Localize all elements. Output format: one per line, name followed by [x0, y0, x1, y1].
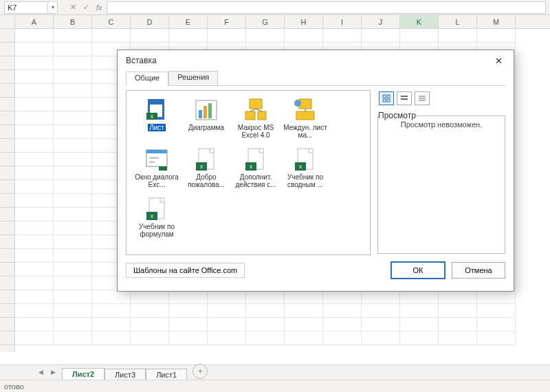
template-item[interactable]: Диаграмма	[182, 96, 231, 146]
cell[interactable]	[246, 290, 285, 304]
sheet-tab[interactable]: Лист3	[104, 369, 146, 380]
cell[interactable]	[400, 304, 439, 318]
cell[interactable]	[15, 221, 54, 235]
cell[interactable]	[208, 331, 246, 345]
cell[interactable]	[208, 290, 246, 304]
row-header[interactable]	[0, 153, 14, 166]
template-item[interactable]: XЛист	[132, 96, 182, 146]
cell[interactable]	[15, 56, 54, 70]
template-item[interactable]: XДополнит. действия с...	[231, 146, 280, 195]
cell[interactable]	[54, 304, 92, 318]
cell[interactable]	[15, 180, 54, 194]
cell[interactable]	[362, 304, 400, 318]
cell[interactable]	[246, 29, 285, 43]
cell[interactable]	[54, 56, 92, 70]
row-header[interactable]	[0, 290, 14, 304]
cell[interactable]	[15, 84, 54, 98]
enter-formula-icon[interactable]: ✓	[83, 3, 89, 12]
row-header[interactable]	[0, 84, 14, 98]
cell[interactable]	[400, 318, 439, 331]
cell[interactable]	[285, 331, 323, 345]
column-header[interactable]: G	[246, 15, 285, 28]
row-header[interactable]	[0, 194, 14, 208]
cell[interactable]	[477, 290, 516, 304]
cell[interactable]	[15, 70, 54, 84]
cell[interactable]	[323, 29, 362, 43]
cell[interactable]	[92, 304, 131, 318]
office-templates-link[interactable]: Шаблоны на сайте Office.com	[126, 263, 245, 278]
cell[interactable]	[54, 331, 92, 345]
cell[interactable]	[15, 331, 54, 345]
cancel-button[interactable]: Отмена	[452, 262, 505, 279]
cell[interactable]	[477, 318, 516, 331]
cell[interactable]	[362, 318, 400, 331]
cell[interactable]	[54, 180, 92, 194]
row-header[interactable]	[0, 208, 14, 221]
cell[interactable]	[15, 139, 54, 153]
cell[interactable]	[15, 304, 54, 318]
tab-solutions[interactable]: Решения	[168, 71, 218, 85]
column-header[interactable]: L	[439, 15, 477, 28]
cell[interactable]	[15, 263, 54, 276]
row-header[interactable]	[0, 29, 14, 43]
cell[interactable]	[131, 331, 169, 345]
cell[interactable]	[15, 318, 54, 331]
cell[interactable]	[439, 331, 477, 345]
cell[interactable]	[169, 304, 208, 318]
cell[interactable]	[54, 29, 92, 43]
cell[interactable]	[169, 290, 208, 304]
cell[interactable]	[131, 290, 169, 304]
cell[interactable]	[54, 194, 92, 208]
cell[interactable]	[54, 318, 92, 331]
cell[interactable]	[131, 318, 169, 331]
cell[interactable]	[362, 331, 400, 345]
cell[interactable]	[285, 318, 323, 331]
cell[interactable]	[246, 318, 285, 331]
cell[interactable]	[400, 331, 439, 345]
cell[interactable]	[15, 194, 54, 208]
tab-general[interactable]: Общие	[126, 72, 168, 86]
cell[interactable]	[92, 318, 131, 331]
row-header[interactable]	[0, 98, 14, 111]
column-header[interactable]: A	[15, 15, 54, 28]
row-header[interactable]	[0, 180, 14, 194]
sheet-nav-prev-icon[interactable]: ◀	[34, 366, 47, 378]
column-header[interactable]: F	[208, 15, 246, 28]
cell[interactable]	[400, 29, 439, 43]
template-item[interactable]: Макрос MS Excel 4.0	[231, 96, 280, 146]
row-header[interactable]	[0, 276, 14, 290]
list-view-button[interactable]	[397, 91, 412, 105]
column-header[interactable]: K	[400, 15, 439, 28]
cell[interactable]	[169, 318, 208, 331]
cell[interactable]	[15, 43, 54, 56]
cell[interactable]	[208, 318, 246, 331]
cell[interactable]	[54, 166, 92, 180]
cell[interactable]	[15, 125, 54, 139]
row-header[interactable]	[0, 263, 14, 276]
row-header[interactable]	[0, 304, 14, 318]
cell[interactable]	[15, 276, 54, 290]
template-item[interactable]: Окно диалога Exc...	[132, 146, 182, 195]
cell[interactable]	[54, 235, 92, 249]
cell[interactable]	[54, 290, 92, 304]
cell[interactable]	[15, 29, 54, 43]
row-header[interactable]	[0, 111, 14, 125]
cell[interactable]	[323, 318, 362, 331]
cell[interactable]	[208, 304, 246, 318]
fx-icon[interactable]: fx	[96, 3, 102, 12]
ok-button[interactable]: ОК	[391, 262, 445, 279]
column-header[interactable]: E	[169, 15, 208, 28]
row-header[interactable]	[0, 235, 14, 249]
name-box-dropdown[interactable]: ▾	[48, 1, 58, 14]
sheet-tab[interactable]: Лист1	[146, 369, 187, 380]
cell[interactable]	[92, 29, 131, 43]
row-header[interactable]	[0, 125, 14, 139]
template-list[interactable]: XЛистДиаграммаМакрос MS Excel 4.0Междун.…	[126, 90, 371, 255]
details-view-button[interactable]	[415, 91, 430, 105]
cell[interactable]	[439, 29, 477, 43]
cell[interactable]	[54, 263, 92, 276]
cell[interactable]	[285, 304, 323, 318]
cell[interactable]	[54, 153, 92, 166]
cell[interactable]	[477, 331, 516, 345]
cell[interactable]	[362, 290, 400, 304]
